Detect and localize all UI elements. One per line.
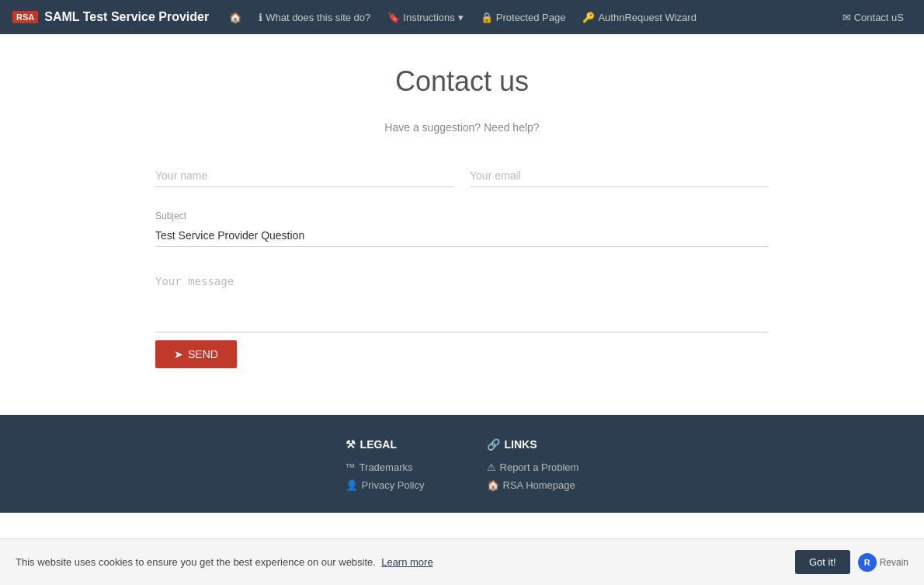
page-subtitle: Have a suggestion? Need help? [89, 121, 835, 134]
contact-form: Subject ➤ SEND [155, 165, 769, 368]
subject-label: Subject [155, 211, 769, 221]
email-input[interactable] [470, 165, 769, 187]
report-label: Report a Problem [500, 461, 579, 473]
nav-instructions-label: Instructions [403, 12, 454, 23]
nav-right: ✉ Contact uS [835, 7, 912, 28]
links-title: LINKS [505, 438, 537, 451]
footer-rsa-home[interactable]: 🏠 RSA Homepage [487, 479, 579, 491]
nav-authn-label: AuthnRequest Wizard [598, 12, 696, 23]
legal-icon: ⚒ [346, 438, 356, 451]
send-label: SEND [188, 348, 218, 360]
name-input[interactable] [155, 165, 454, 187]
nav-protected-label: Protected Page [496, 12, 566, 23]
footer-trademarks[interactable]: ™ Trademarks [346, 461, 425, 473]
chevron-down-icon: ▾ [458, 12, 464, 23]
instructions-icon: 🔖 [387, 12, 400, 23]
rsa-home-label: RSA Homepage [503, 479, 575, 491]
message-group [155, 270, 769, 333]
name-email-row [155, 165, 769, 187]
nav-home[interactable]: 🏠 [221, 7, 249, 28]
legal-title: LEGAL [360, 438, 397, 451]
nav-protected[interactable]: 🔒 Protected Page [473, 7, 574, 28]
privacy-label: Privacy Policy [362, 479, 425, 491]
footer-legal: ⚒ LEGAL ™ Trademarks 👤 Privacy Policy [346, 438, 425, 497]
home-icon: 🏠 [229, 12, 241, 23]
rsa-icon: RSA [12, 11, 38, 23]
nav-links: 🏠 ℹ What does this site do? 🔖 Instructio… [221, 7, 832, 28]
name-group [155, 165, 454, 187]
main-content: Contact us Have a suggestion? Need help?… [74, 34, 850, 415]
nav-contact-label: Contact uS [854, 12, 904, 23]
message-input[interactable] [155, 270, 769, 333]
info-icon: ℹ [259, 12, 262, 23]
subject-input[interactable] [155, 225, 769, 247]
links-icon: 🔗 [487, 438, 500, 451]
footer-links: 🔗 LINKS ⚠ Report a Problem 🏠 RSA Homepag… [487, 438, 579, 497]
footer-privacy[interactable]: 👤 Privacy Policy [346, 479, 425, 491]
nav-contact[interactable]: ✉ Contact uS [835, 7, 912, 28]
nav-what-label: What does this site do? [266, 12, 370, 23]
footer-report[interactable]: ⚠ Report a Problem [487, 461, 579, 473]
email-group [470, 165, 769, 187]
mail-icon: ✉ [842, 12, 851, 23]
user-icon: 👤 [346, 479, 358, 491]
navbar: RSA SAML Test Service Provider 🏠 ℹ What … [0, 0, 924, 34]
tm-icon: ™ [346, 461, 356, 473]
subject-group: Subject [155, 211, 769, 247]
page-title: Contact us [89, 50, 835, 106]
home-footer-icon: 🏠 [487, 479, 499, 491]
nav-what[interactable]: ℹ What does this site do? [251, 7, 378, 28]
brand-logo[interactable]: RSA SAML Test Service Provider [12, 10, 209, 24]
send-button[interactable]: ➤ SEND [155, 340, 237, 368]
lock-icon: 🔒 [481, 12, 493, 23]
nav-instructions[interactable]: 🔖 Instructions ▾ [380, 7, 471, 28]
brand-title: SAML Test Service Provider [44, 10, 209, 24]
send-icon: ➤ [174, 348, 183, 360]
nav-authn[interactable]: 🔑 AuthnRequest Wizard [575, 7, 703, 28]
trademarks-label: Trademarks [360, 461, 413, 473]
key-icon: 🔑 [582, 12, 595, 23]
warning-icon: ⚠ [487, 461, 496, 473]
footer: ⚒ LEGAL ™ Trademarks 👤 Privacy Policy 🔗 … [0, 415, 924, 513]
